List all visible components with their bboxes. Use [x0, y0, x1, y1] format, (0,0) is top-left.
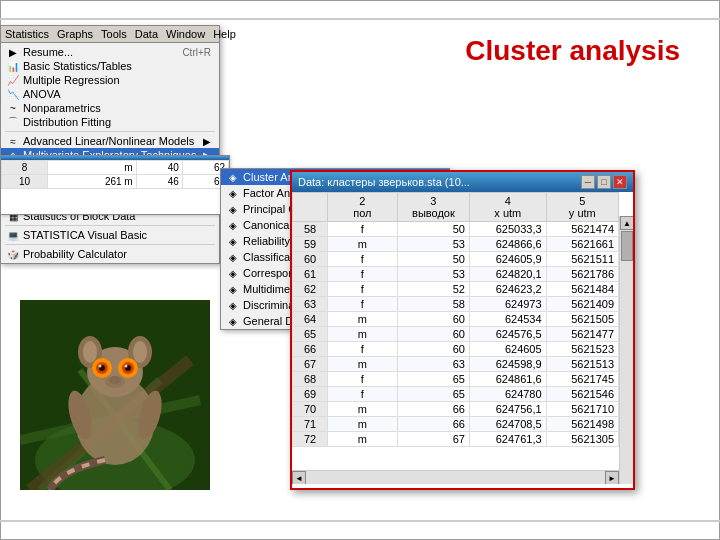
menu-window[interactable]: Window: [166, 28, 205, 40]
horizontal-scrollbar[interactable]: ◄ ►: [292, 470, 619, 484]
cluster-icon: ◈: [225, 169, 241, 185]
menu-basic-stats[interactable]: 📊 Basic Statistics/Tables: [1, 59, 219, 73]
maximize-button[interactable]: □: [597, 175, 611, 189]
menu-tools[interactable]: Tools: [101, 28, 127, 40]
cell-pol-12: m: [328, 402, 398, 417]
cell-x-1: 624866,6: [469, 237, 546, 252]
menu-advanced-linear[interactable]: ≈ Advanced Linear/Nonlinear Models ▶: [1, 134, 219, 148]
scroll-thumb-vertical[interactable]: [621, 231, 633, 261]
vertical-scrollbar[interactable]: ▲: [619, 216, 633, 484]
animal-photo: [20, 300, 210, 490]
bottom-decoration-line: [0, 520, 720, 522]
svg-point-10: [83, 341, 97, 363]
table-body: 58f50625033,3562147459m53624866,65621661…: [293, 222, 619, 447]
table-row: 69f656247805621546: [293, 387, 619, 402]
cell-y-5: 5621409: [546, 297, 618, 312]
discriminant-icon: ◈: [225, 297, 241, 313]
distribution-icon: ⌒: [5, 114, 21, 130]
row-number-69: 69: [293, 387, 328, 402]
table-row: 71m66624708,55621498: [293, 417, 619, 432]
minimize-button[interactable]: ─: [581, 175, 595, 189]
scroll-left-btn[interactable]: ◄: [292, 471, 306, 484]
table-row: 59m53624866,65621661: [293, 237, 619, 252]
cell-pol-10: f: [328, 372, 398, 387]
cell-x-11: 624780: [469, 387, 546, 402]
table-scroll-area[interactable]: 22 полпол 3выводок 4x utm 5y utm 58f5062…: [292, 192, 619, 470]
cell-vyv-14: 67: [397, 432, 469, 447]
row-number-62: 62: [293, 282, 328, 297]
menu-anova[interactable]: 📉 ANOVA: [1, 87, 219, 101]
row-number-68: 68: [293, 372, 328, 387]
cell-vyv-0: 50: [397, 222, 469, 237]
cell-x-0: 625033,3: [469, 222, 546, 237]
menu-nonparametrics[interactable]: ~ Nonparametrics: [1, 101, 219, 115]
table-row: 68f65624861,65621745: [293, 372, 619, 387]
menu-data[interactable]: Data: [135, 28, 158, 40]
scroll-up-btn[interactable]: ▲: [620, 216, 633, 230]
data-table-window: Data: кластеры зверьков.sta (10... ─ □ ✕…: [290, 170, 635, 490]
close-button[interactable]: ✕: [613, 175, 627, 189]
small-cell-40: 40: [136, 161, 182, 175]
cell-y-1: 5621661: [546, 237, 618, 252]
cell-y-3: 5621786: [546, 267, 618, 282]
svg-point-18: [99, 365, 102, 368]
svg-point-21: [105, 376, 125, 388]
animal-svg: [20, 300, 210, 490]
col-header-x: 4x utm: [469, 193, 546, 222]
cell-pol-3: f: [328, 267, 398, 282]
cell-x-7: 624576,5: [469, 327, 546, 342]
cell-x-12: 624756,1: [469, 402, 546, 417]
cell-vyv-1: 53: [397, 237, 469, 252]
cell-pol-5: f: [328, 297, 398, 312]
cell-y-2: 5621511: [546, 252, 618, 267]
cell-y-0: 5621474: [546, 222, 618, 237]
small-table-row: 8 m 40 62: [2, 161, 229, 175]
menu-visual-basic[interactable]: 💻 STATISTICA Visual Basic: [1, 228, 219, 242]
cell-vyv-11: 65: [397, 387, 469, 402]
cell-y-7: 5621477: [546, 327, 618, 342]
table-row: 62f52624623,25621484: [293, 282, 619, 297]
cell-vyv-3: 53: [397, 267, 469, 282]
pca-icon: ◈: [225, 201, 241, 217]
menu-statistics[interactable]: Statistics: [5, 28, 49, 40]
separator-3: [5, 225, 215, 226]
cell-pol-13: m: [328, 417, 398, 432]
cell-pol-9: m: [328, 357, 398, 372]
table-row: 64m606245345621505: [293, 312, 619, 327]
correspondence-icon: ◈: [225, 265, 241, 281]
vb-icon: 💻: [5, 227, 21, 243]
canonical-icon: ◈: [225, 217, 241, 233]
table-row: 67m63624598,95621513: [293, 357, 619, 372]
col-header-pol: 22 полпол: [328, 193, 398, 222]
cell-x-14: 624761,3: [469, 432, 546, 447]
row-number-67: 67: [293, 357, 328, 372]
scroll-right-btn[interactable]: ►: [605, 471, 619, 484]
table-row: 65m60624576,55621477: [293, 327, 619, 342]
cell-vyv-2: 50: [397, 252, 469, 267]
top-decoration-line: [0, 18, 720, 20]
menu-multiple-regression[interactable]: 📈 Multiple Regression: [1, 73, 219, 87]
cell-vyv-7: 60: [397, 327, 469, 342]
cell-pol-7: m: [328, 327, 398, 342]
col-header-vyv: 3выводок: [397, 193, 469, 222]
menu-probability[interactable]: 🎲 Probability Calculator: [1, 247, 219, 261]
menu-resume[interactable]: ▶ Resume... Ctrl+R: [1, 45, 219, 59]
cell-y-6: 5621505: [546, 312, 618, 327]
statistics-menu-window: Statistics Graphs Tools Data Window Help…: [0, 25, 220, 264]
menu-graphs[interactable]: Graphs: [57, 28, 93, 40]
data-table-content: 22 полпол 3выводок 4x utm 5y utm 58f5062…: [292, 192, 633, 484]
cell-x-3: 624820,1: [469, 267, 546, 282]
cell-vyv-5: 58: [397, 297, 469, 312]
small-cell-261m: 261 m: [48, 175, 137, 189]
cell-pol-4: f: [328, 282, 398, 297]
row-number-65: 65: [293, 327, 328, 342]
menu-distribution[interactable]: ⌒ Distribution Fitting: [1, 115, 219, 129]
small-cell-46: 46: [136, 175, 182, 189]
menu-help[interactable]: Help: [213, 28, 236, 40]
cell-vyv-10: 65: [397, 372, 469, 387]
classification-icon: ◈: [225, 249, 241, 265]
row-number-63: 63: [293, 297, 328, 312]
small-data-table: 8 m 40 62 10 261 m 46 62: [1, 160, 229, 189]
separator-1: [5, 131, 215, 132]
data-table: 22 полпол 3выводок 4x utm 5y utm 58f5062…: [292, 192, 619, 447]
